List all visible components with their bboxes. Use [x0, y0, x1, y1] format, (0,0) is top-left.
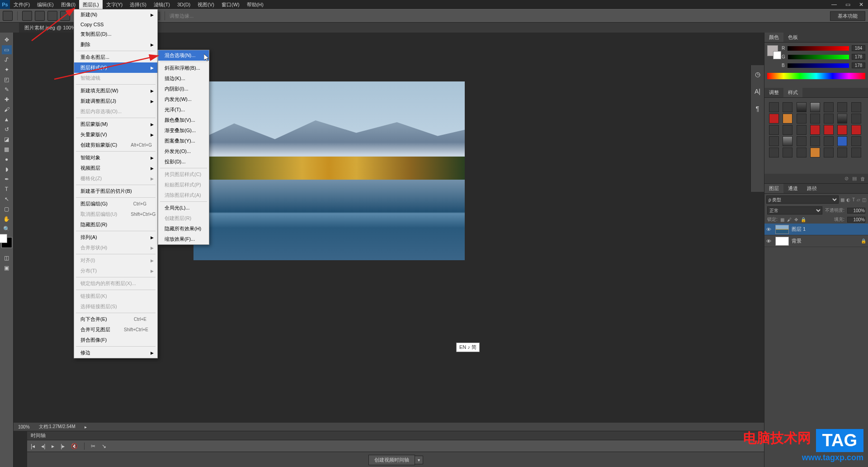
style-preset[interactable] — [824, 125, 834, 135]
panel-trash-icon[interactable]: 🗑 — [860, 176, 865, 181]
menu-item[interactable]: 创建剪贴蒙版(C)Alt+Ctrl+G — [74, 140, 157, 150]
stamp-tool[interactable]: ▲ — [2, 115, 12, 124]
create-timeline-button[interactable]: 创建视频时间轴 — [368, 455, 415, 465]
brush-tool[interactable]: 🖌 — [2, 105, 12, 114]
gradient-tool[interactable]: ▦ — [2, 145, 12, 154]
style-preset[interactable] — [769, 148, 779, 157]
menu-item[interactable]: 排列(A)▶ — [74, 232, 157, 243]
menu-item[interactable]: 内发光(W)... — [158, 94, 209, 105]
menu-编辑[interactable]: 编辑(E) — [33, 0, 57, 9]
marquee-tool[interactable]: ▭ — [2, 45, 12, 54]
style-preset[interactable] — [797, 148, 807, 157]
dodge-tool[interactable]: ◗ — [2, 165, 12, 174]
layer-row[interactable]: 👁 背景 🔒 — [764, 235, 868, 247]
style-preset[interactable] — [797, 102, 807, 112]
minimize-button[interactable]: — — [827, 0, 841, 9]
lock-position-icon[interactable]: ✥ — [794, 217, 798, 222]
panel-clear-icon[interactable]: ⊘ — [844, 176, 849, 181]
menu-item[interactable]: 复制图层(D)... — [74, 29, 157, 39]
filter-adjust-icon[interactable]: ◐ — [846, 197, 850, 202]
path-tool[interactable]: ↖ — [2, 195, 12, 204]
style-preset[interactable] — [769, 114, 779, 124]
style-preset[interactable] — [783, 136, 793, 146]
visibility-icon[interactable]: 👁 — [766, 238, 773, 244]
menu-item[interactable]: 视频图层▶ — [74, 163, 157, 173]
tab-swatches[interactable]: 色板 — [783, 33, 802, 42]
next-frame-icon[interactable]: |▸ — [61, 443, 65, 449]
status-arrow-icon[interactable]: ▸ — [85, 424, 87, 429]
history-panel-icon[interactable]: ◷ — [753, 70, 763, 79]
style-preset[interactable] — [783, 102, 793, 112]
eyedropper-tool[interactable]: ✎ — [2, 85, 12, 94]
b-slider[interactable] — [788, 63, 849, 68]
menu-item[interactable]: 合并可见图层Shift+Ctrl+E — [74, 324, 157, 335]
style-preset[interactable] — [783, 148, 793, 157]
quick-mask-icon[interactable]: ◫ — [2, 253, 12, 262]
style-preset[interactable] — [851, 125, 861, 135]
menu-item[interactable]: 光泽(T)... — [158, 105, 209, 115]
r-value[interactable] — [852, 45, 865, 51]
filter-type-icon[interactable]: T — [852, 197, 855, 202]
style-preset[interactable] — [851, 114, 861, 124]
blend-mode-select[interactable]: 正常 — [767, 206, 822, 214]
magic-wand-tool[interactable]: ✦ — [2, 65, 12, 74]
menu-item[interactable]: 斜面和浮雕(B)... — [158, 63, 209, 73]
close-button[interactable]: ✕ — [854, 0, 868, 9]
menu-item[interactable]: 全局光(L)... — [158, 203, 209, 213]
color-spectrum[interactable] — [767, 73, 865, 79]
layer-thumbnail[interactable] — [775, 225, 789, 234]
menu-图像[interactable]: 图像(I) — [57, 0, 79, 9]
workspace-switcher[interactable]: 基本功能 — [830, 11, 865, 21]
menu-文件[interactable]: 文件(F) — [10, 0, 33, 9]
g-value[interactable] — [852, 54, 865, 60]
menu-3d[interactable]: 3D(D) — [174, 0, 194, 9]
style-preset[interactable] — [769, 125, 779, 135]
ime-indicator[interactable]: EN ♪ 简 — [456, 343, 480, 352]
screen-mode-icon[interactable]: ▣ — [2, 263, 12, 272]
menu-图层[interactable]: 图层(L) — [79, 0, 102, 9]
move-tool[interactable]: ✥ — [2, 35, 12, 44]
lasso-tool[interactable]: ᔑ — [2, 55, 12, 64]
menu-滤镜[interactable]: 滤镜(T) — [150, 0, 174, 9]
menu-item[interactable]: 混合选项(N)... — [158, 50, 209, 61]
blur-tool[interactable]: ● — [2, 155, 12, 164]
style-preset[interactable] — [810, 102, 820, 112]
refine-edge-button[interactable]: 调整边缘... — [170, 13, 193, 19]
maximize-button[interactable]: ▭ — [841, 0, 854, 9]
play-icon[interactable]: ▸ — [52, 443, 54, 449]
menu-选择[interactable]: 选择(S) — [126, 0, 150, 9]
style-preset[interactable] — [810, 125, 820, 135]
lock-transparent-icon[interactable]: ▦ — [780, 217, 784, 222]
crop-tool[interactable]: ◰ — [2, 75, 12, 84]
menu-item[interactable]: 删除▶ — [74, 39, 157, 50]
timeline-tab[interactable]: 时间轴 — [27, 431, 764, 440]
split-icon[interactable]: ✂ — [91, 443, 95, 449]
menu-item[interactable]: 新建基于图层的切片(B) — [74, 186, 157, 196]
pen-tool[interactable]: ✒ — [2, 175, 12, 184]
tab-styles[interactable]: 样式 — [783, 88, 802, 97]
selection-subtract-icon[interactable] — [47, 11, 57, 21]
filter-shape-icon[interactable]: ▱ — [857, 197, 860, 202]
style-preset[interactable] — [851, 136, 861, 146]
tab-channels[interactable]: 通道 — [783, 184, 802, 193]
style-preset[interactable] — [837, 136, 847, 146]
style-preset[interactable] — [783, 125, 793, 135]
timeline-dropdown-icon[interactable]: ▾ — [415, 456, 423, 464]
menu-item[interactable]: 重命名图层... — [74, 52, 157, 62]
style-preset[interactable] — [810, 114, 820, 124]
lock-all-icon[interactable]: 🔒 — [801, 217, 806, 222]
foreground-color[interactable] — [767, 45, 778, 56]
menu-帮助[interactable]: 帮助(H) — [243, 0, 267, 9]
style-preset[interactable] — [810, 136, 820, 146]
menu-item[interactable]: 隐藏所有效果(H) — [158, 224, 209, 234]
selection-new-icon[interactable] — [22, 11, 32, 21]
opacity-field[interactable] — [847, 208, 865, 214]
menu-item[interactable]: 图层样式(Y)▶ — [74, 62, 157, 73]
style-preset[interactable] — [824, 114, 834, 124]
menu-文字[interactable]: 文字(Y) — [103, 0, 127, 9]
tab-adjustments[interactable]: 调整 — [764, 88, 783, 97]
zoom-level[interactable]: 100% — [18, 424, 30, 429]
style-preset[interactable] — [797, 136, 807, 146]
style-preset[interactable] — [837, 148, 847, 157]
menu-item[interactable]: 描边(K)... — [158, 73, 209, 84]
